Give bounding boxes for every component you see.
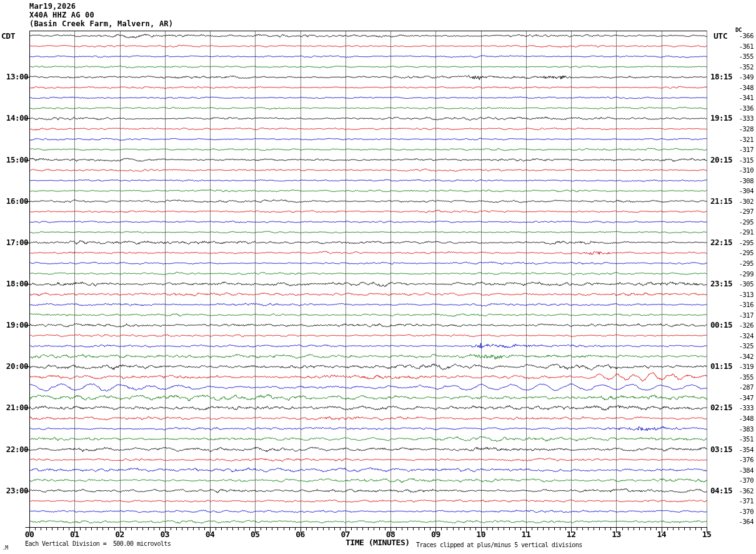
- x-tick-label: 10: [469, 530, 494, 539]
- title-location: (Basin Creek Farm, Malvern, AR): [29, 19, 173, 28]
- dc-value-label: -371: [724, 497, 754, 505]
- dc-value-label: -352: [724, 63, 754, 71]
- x-tick-label: 13: [604, 530, 629, 539]
- cdt-hour-label: 19:00: [0, 320, 28, 330]
- dc-value-label: -347: [724, 394, 754, 401]
- cdt-hour-label: 18:00: [0, 279, 28, 288]
- dc-value-label: -370: [724, 476, 754, 484]
- dc-value-label: -370: [724, 508, 754, 515]
- title-station: X40A HHZ AG 00: [29, 11, 173, 19]
- dc-value-label: -383: [724, 425, 754, 433]
- dc-value-label: -317: [724, 311, 754, 319]
- dc-value-label: -317: [724, 146, 754, 153]
- x-tick-label: 01: [62, 530, 87, 539]
- dc-value-label: -319: [724, 363, 754, 370]
- dc-value-label: -324: [724, 332, 754, 340]
- dc-value-label: -297: [724, 208, 754, 215]
- x-tick-label: 11: [514, 530, 539, 539]
- x-tick-label: 00: [17, 530, 42, 539]
- dc-value-label: -315: [724, 156, 754, 164]
- dc-value-label: -376: [724, 456, 754, 463]
- helicorder-canvas: [0, 0, 756, 554]
- helicorder-page: Mar19,2026 X40A HHZ AG 00 (Basin Creek F…: [0, 0, 756, 554]
- dc-value-label: -342: [724, 353, 754, 360]
- cdt-hour-label: 17:00: [0, 238, 28, 247]
- dc-value-label: -308: [724, 177, 754, 184]
- cdt-hour-label: 22:00: [0, 445, 28, 454]
- x-tick-label: 02: [107, 530, 132, 539]
- dc-value-label: -349: [724, 73, 754, 81]
- x-tick-label: 14: [649, 530, 674, 539]
- cdt-hour-label: 16:00: [0, 196, 28, 206]
- cdt-hour-label: 15:00: [0, 155, 28, 164]
- dc-value-label: -295: [724, 259, 754, 267]
- x-tick-label: 12: [559, 530, 584, 539]
- x-tick-label: 04: [197, 530, 222, 539]
- cdt-hour-label: 21:00: [0, 403, 28, 412]
- left-timezone-header: CDT: [1, 31, 15, 41]
- x-axis-title: TIME (MINUTES): [346, 538, 410, 547]
- dc-value-label: -291: [724, 228, 754, 236]
- dc-value-label: -310: [724, 166, 754, 174]
- title-date: Mar19,2026: [29, 2, 173, 11]
- dc-value-label: -364: [724, 518, 754, 525]
- dc-value-label: -299: [724, 270, 754, 278]
- footer-scale-note: Each Vertical Division = 500.00 microvol…: [25, 540, 171, 547]
- x-tick-label: 05: [242, 530, 267, 539]
- title-block: Mar19,2026 X40A HHZ AG 00 (Basin Creek F…: [29, 2, 173, 28]
- dc-value-label: -287: [724, 383, 754, 391]
- dc-value-label: -361: [724, 43, 754, 50]
- dc-value-label: -355: [724, 373, 754, 381]
- dc-value-label: -313: [724, 291, 754, 298]
- footer-clip-note: Traces clipped at plus/minus 5 vertical …: [416, 541, 582, 548]
- dc-value-label: -305: [724, 280, 754, 288]
- dc-value-label: -355: [724, 53, 754, 60]
- dc-value-label: -348: [724, 84, 754, 91]
- dc-value-label: -341: [724, 94, 754, 101]
- dc-value-label: -325: [724, 342, 754, 350]
- dc-value-label: -295: [724, 218, 754, 226]
- x-tick-label: 15: [694, 530, 719, 539]
- cdt-hour-label: 20:00: [0, 361, 28, 371]
- dc-value-label: -328: [724, 125, 754, 133]
- dc-value-label: -321: [724, 136, 754, 143]
- dc-value-label: -333: [724, 114, 754, 122]
- plotter-logo: .M: [2, 545, 8, 551]
- dc-value-label: -295: [724, 239, 754, 246]
- dc-value-label: -384: [724, 466, 754, 474]
- dc-value-label: -295: [724, 249, 754, 256]
- cdt-hour-label: 23:00: [0, 486, 28, 495]
- dc-value-label: -333: [724, 404, 754, 411]
- dc-value-label: -302: [724, 198, 754, 205]
- dc-value-label: -366: [724, 32, 754, 39]
- dc-value-label: -362: [724, 487, 754, 495]
- dc-value-label: -326: [724, 321, 754, 329]
- dc-value-label: -316: [724, 301, 754, 308]
- dc-value-label: -348: [724, 415, 754, 422]
- dc-value-label: -336: [724, 104, 754, 112]
- dc-value-label: -354: [724, 446, 754, 453]
- x-tick-label: 03: [152, 530, 177, 539]
- dc-value-label: -304: [724, 187, 754, 194]
- dc-value-label: -351: [724, 435, 754, 443]
- x-tick-label: 06: [288, 530, 313, 539]
- cdt-hour-label: 14:00: [0, 113, 28, 123]
- x-tick-label: 09: [423, 530, 448, 539]
- cdt-hour-label: 13:00: [0, 72, 28, 81]
